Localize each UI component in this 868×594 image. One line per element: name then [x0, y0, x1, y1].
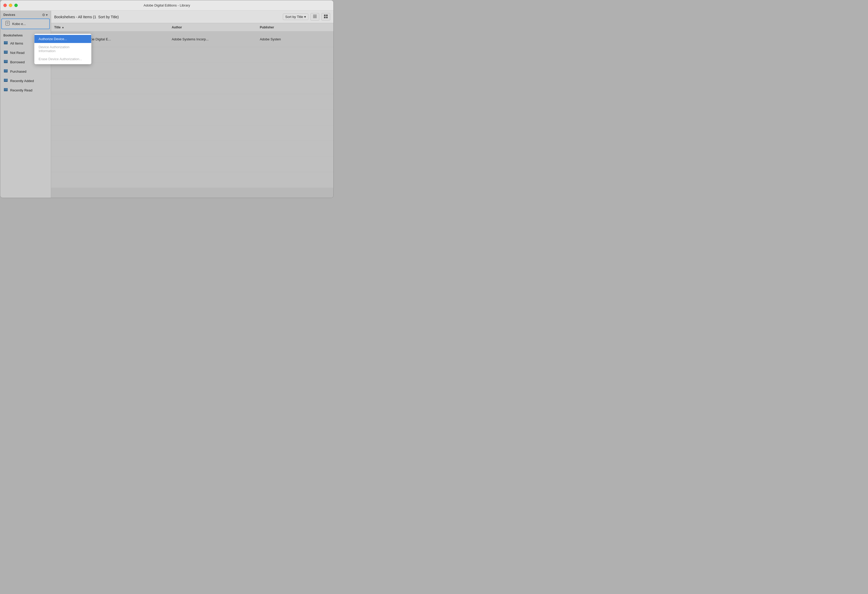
sort-chevron-icon: ▾ — [304, 15, 306, 19]
column-title[interactable]: Title ▲ — [54, 25, 172, 29]
svg-rect-27 — [313, 15, 317, 15]
sidebar-item-recently-read[interactable]: Recently Read — [0, 85, 51, 95]
svg-rect-1 — [6, 22, 9, 24]
svg-point-2 — [7, 24, 8, 25]
svg-rect-32 — [324, 17, 326, 18]
devices-gear-button[interactable]: ⚙ ▾ — [42, 13, 48, 17]
svg-rect-10 — [4, 53, 7, 54]
svg-rect-26 — [4, 91, 7, 91]
view-grid-button[interactable] — [322, 13, 330, 21]
column-publisher[interactable]: Publisher — [260, 25, 330, 29]
toolbar-title: Bookshelves - All Items (1 Sort by Title… — [54, 15, 119, 19]
table-header: Title ▲ Author Publisher — [51, 23, 334, 31]
view-list-icon — [313, 15, 317, 19]
menu-item-erase: Erase Device Authorization... — [34, 55, 91, 63]
main-layout: Devices ⚙ ▾ Kobo e... Authorize Device..… — [0, 11, 334, 198]
cell-author-0: Adobe Systems Incorp... — [172, 37, 260, 41]
empty-row-4 — [51, 94, 334, 110]
window-title: Adobe Digital Editions - Library — [144, 3, 190, 7]
shelf-icon-not-read — [3, 50, 8, 56]
content-area: Bookshelves - All Items (1 Sort by Title… — [51, 11, 334, 198]
close-button[interactable] — [3, 4, 7, 7]
gear-dropdown-icon: ▾ — [46, 13, 48, 17]
shelf-icon-borrowed — [3, 59, 8, 65]
svg-rect-29 — [313, 18, 317, 18]
device-item-kobo[interactable]: Kobo e... — [1, 19, 50, 29]
sidebar-item-label-recently-read: Recently Read — [10, 88, 32, 92]
svg-rect-6 — [4, 44, 7, 44]
device-name: Kobo e... — [12, 22, 26, 26]
devices-label: Devices — [3, 13, 15, 17]
bookshelves-label: Bookshelves — [3, 34, 23, 37]
empty-row-3 — [51, 78, 334, 94]
svg-rect-28 — [313, 16, 317, 17]
sidebar-item-recently-added[interactable]: Recently Added — [0, 76, 51, 85]
cell-publisher-0: Adobe Systen — [260, 37, 330, 41]
minimize-button[interactable] — [9, 4, 12, 7]
empty-row-9 — [51, 172, 334, 188]
view-list-button[interactable] — [310, 13, 319, 21]
menu-item-device-info: Device Authorization Information — [34, 43, 91, 55]
gear-icon: ⚙ — [42, 13, 45, 17]
maximize-button[interactable] — [14, 4, 18, 7]
shelf-icon-all-items — [3, 40, 8, 46]
svg-rect-18 — [4, 72, 7, 72]
svg-rect-31 — [326, 15, 328, 16]
empty-row-6 — [51, 125, 334, 141]
device-dropdown-menu: Authorize Device... Device Authorization… — [34, 34, 92, 64]
svg-rect-30 — [324, 15, 326, 16]
svg-rect-33 — [326, 17, 328, 18]
sort-asc-icon: ▲ — [62, 26, 64, 29]
column-author[interactable]: Author — [172, 25, 260, 29]
sidebar-item-label-not-read: Not Read — [10, 51, 25, 55]
menu-item-authorize[interactable]: Authorize Device... — [34, 35, 91, 43]
sidebar-item-label-all-items: All Items — [10, 41, 23, 45]
sidebar-item-purchased[interactable]: Purchased — [0, 67, 51, 76]
sidebar: Devices ⚙ ▾ Kobo e... Authorize Device..… — [0, 11, 51, 198]
title-bar: Adobe Digital Editions - Library — [0, 0, 334, 11]
shelf-icon-recently-read — [3, 87, 8, 93]
shelf-icon-recently-added — [3, 78, 8, 84]
empty-row-2 — [51, 63, 334, 78]
empty-row-1 — [51, 47, 334, 63]
svg-rect-14 — [4, 62, 7, 63]
svg-rect-22 — [4, 81, 7, 82]
content-toolbar: Bookshelves - All Items (1 Sort by Title… — [51, 11, 334, 23]
shelf-icon-purchased — [3, 69, 8, 74]
empty-row-8 — [51, 156, 334, 172]
empty-row-7 — [51, 141, 334, 156]
table-body: Getting Started with Adobe Digital E... … — [51, 31, 334, 198]
sidebar-item-label-borrowed: Borrowed — [10, 60, 25, 64]
sort-dropdown[interactable]: Sort by Title ▾ — [283, 13, 309, 20]
view-grid-icon — [324, 15, 328, 19]
sidebar-item-label-recently-added: Recently Added — [10, 79, 34, 83]
sidebar-item-label-purchased: Purchased — [10, 69, 26, 74]
toolbar-right: Sort by Title ▾ — [283, 13, 330, 21]
window-controls — [3, 4, 18, 7]
devices-section-header: Devices ⚙ ▾ — [0, 11, 51, 18]
table-row[interactable]: Getting Started with Adobe Digital E... … — [51, 31, 334, 47]
empty-row-5 — [51, 110, 334, 125]
device-icon — [5, 21, 10, 27]
